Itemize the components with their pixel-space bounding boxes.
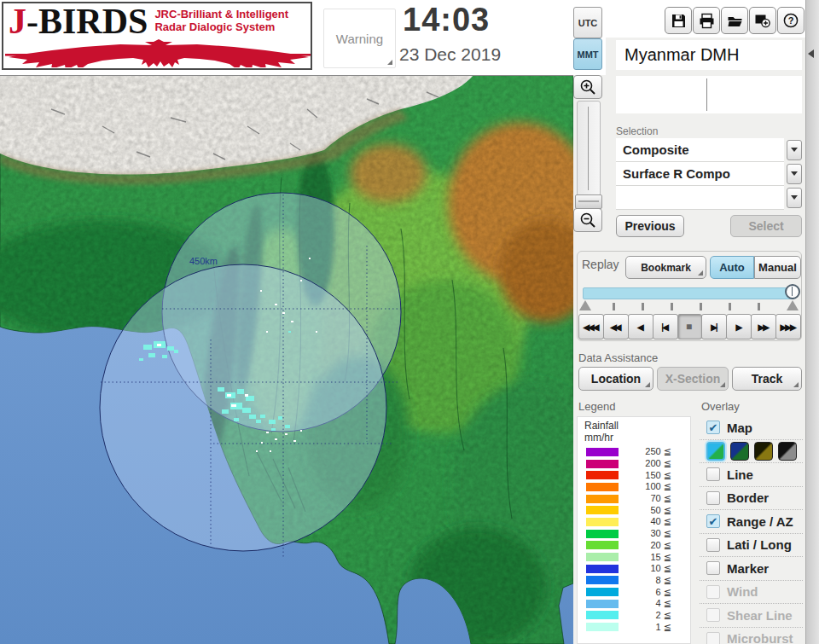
j-birds-app: 450km <box>0 0 819 644</box>
map-style-swatch-2[interactable] <box>754 442 773 461</box>
map-style-swatch-3[interactable] <box>778 442 797 461</box>
overlay-row-shear-line: Shear Line <box>700 604 803 628</box>
forward-fast-icon: ▶▶ <box>758 322 767 332</box>
legend-swatch-12 <box>586 588 619 596</box>
selection-dropdown-value-0[interactable]: Composite <box>616 138 784 162</box>
bookmark-button[interactable]: Bookmark <box>625 256 706 279</box>
selection-dropdown-value-2[interactable] <box>616 186 784 210</box>
map-style-swatch-0[interactable] <box>706 442 725 461</box>
legend-swatch-1 <box>586 460 619 468</box>
legend-value-9: 15 ≦ <box>619 552 690 563</box>
selection-dropdown-arrow-0[interactable] <box>787 140 802 160</box>
chevron-down-icon <box>791 195 798 200</box>
overlay-checkbox-border[interactable] <box>706 491 720 505</box>
legend-swatch-2 <box>586 471 619 479</box>
selection-dropdown-0: Composite <box>616 138 802 161</box>
zoom-in-icon <box>579 78 596 96</box>
stop-button[interactable]: ■ <box>677 314 703 339</box>
warning-button[interactable]: Warning <box>323 9 396 68</box>
slider-tick-0 <box>613 303 615 310</box>
legend-swatch-9 <box>586 553 619 561</box>
legend-value-3: 100 ≦ <box>619 481 690 492</box>
map-style-swatches <box>700 440 803 464</box>
selection-dropdown-arrow-2[interactable] <box>787 188 802 208</box>
utc-button[interactable]: UTC <box>573 7 602 38</box>
legend-row-10: 10 ≦ <box>578 563 690 575</box>
add-image-icon <box>754 12 771 29</box>
overlay-row-border: Border <box>700 487 803 511</box>
legend-value-15: 1 ≦ <box>619 622 690 633</box>
chevron-down-icon <box>791 171 798 176</box>
location-button[interactable]: Location <box>578 367 653 391</box>
add-image-button[interactable] <box>749 7 776 34</box>
legend-row-1: 200 ≦ <box>578 458 690 470</box>
station-name-field[interactable]: Myanmar DMH <box>616 40 802 70</box>
radar-map[interactable]: 450km <box>0 75 574 644</box>
overlay-item-label: Marker <box>727 561 769 576</box>
panel-collapse-strip[interactable] <box>805 0 819 644</box>
rewind-fastest-icon: ◀◀◀ <box>583 322 597 332</box>
legend-value-6: 40 ≦ <box>619 516 690 527</box>
overlay-checkbox-lati-long[interactable] <box>706 538 720 552</box>
zoom-in-button[interactable] <box>573 75 602 99</box>
previous-button[interactable]: Previous <box>616 215 684 237</box>
track-button[interactable]: Track <box>732 367 802 391</box>
legend-value-14: 2 ≦ <box>619 610 690 621</box>
replay-slider-track[interactable] <box>583 287 795 299</box>
legend-swatch-7 <box>586 530 619 538</box>
overlay-item-label: Lati / Long <box>727 537 792 552</box>
legend-row-4: 70 ≦ <box>578 493 690 505</box>
open-file-button[interactable] <box>721 7 748 34</box>
overlay-checkbox-microburst[interactable] <box>706 632 720 644</box>
rewind-fast-button[interactable]: ◀◀ <box>603 314 629 339</box>
replay-slider-thumb[interactable] <box>785 284 800 299</box>
save-button[interactable] <box>665 7 692 34</box>
legend-value-12: 6 ≦ <box>619 587 690 598</box>
forward-fast-button[interactable]: ▶▶ <box>751 314 776 339</box>
save-icon <box>671 13 687 29</box>
overlay-checkbox-shear-line[interactable] <box>706 608 720 622</box>
selection-dropdown-arrow-1[interactable] <box>787 164 802 184</box>
select-button[interactable]: Select <box>730 215 802 237</box>
range-end-marker[interactable] <box>787 300 799 310</box>
step-back-button[interactable]: |◀ <box>653 314 678 339</box>
collapse-panel-icon[interactable] <box>808 49 814 58</box>
play-reverse-button[interactable]: ◀ <box>628 314 653 339</box>
zoom-slider-thumb[interactable] <box>575 194 602 209</box>
manual-mode-button[interactable]: Manual <box>754 256 801 279</box>
overlay-row-wind: Wind <box>700 581 803 605</box>
play-button[interactable]: ▶ <box>726 314 752 339</box>
slider-tick-5 <box>758 303 760 310</box>
auto-mode-button[interactable]: Auto <box>710 256 754 279</box>
range-start-marker[interactable] <box>579 300 591 310</box>
rewind-fastest-button[interactable]: ◀◀◀ <box>578 314 604 339</box>
legend-row-9: 15 ≦ <box>578 551 690 563</box>
overlay-checkbox-marker[interactable] <box>706 561 720 575</box>
selection-dropdown-value-1[interactable]: Surface R Compo <box>616 162 784 186</box>
zoom-out-button[interactable] <box>573 208 602 232</box>
legend-row-6: 40 ≦ <box>578 516 690 528</box>
overlay-row-microburst: Microburst <box>700 628 803 644</box>
x-section-button[interactable]: X-Section <box>657 367 729 391</box>
overlay-checkbox-line[interactable] <box>706 467 720 481</box>
legend-row-13: 4 ≦ <box>578 598 690 610</box>
forward-fastest-button[interactable]: ▶▶▶ <box>775 314 801 339</box>
chevron-down-icon <box>791 148 798 152</box>
mmt-button[interactable]: MMT <box>573 38 602 70</box>
legend-value-11: 8 ≦ <box>619 575 690 586</box>
zoom-slider-track[interactable] <box>577 101 601 196</box>
app-logo: J-BIRDS JRC-Brilliant & Intelligent Rada… <box>2 2 312 70</box>
overlay-item-label: Shear Line <box>727 608 793 623</box>
overlay-checkbox-wind[interactable] <box>706 585 720 599</box>
overlay-checkbox-map[interactable]: ✔ <box>706 421 720 434</box>
replay-label: Replay <box>582 258 619 271</box>
command-input[interactable] <box>616 76 802 113</box>
legend-swatch-8 <box>586 541 619 549</box>
overlay-label: Overlay <box>701 400 740 413</box>
step-forward-button[interactable]: ▶| <box>701 314 727 339</box>
selection-dropdowns: CompositeSurface R Compo <box>616 138 802 210</box>
print-button[interactable] <box>693 7 720 34</box>
help-button[interactable]: ? <box>777 7 804 34</box>
overlay-checkbox-range-az[interactable]: ✔ <box>706 514 720 528</box>
map-style-swatch-1[interactable] <box>730 442 749 461</box>
